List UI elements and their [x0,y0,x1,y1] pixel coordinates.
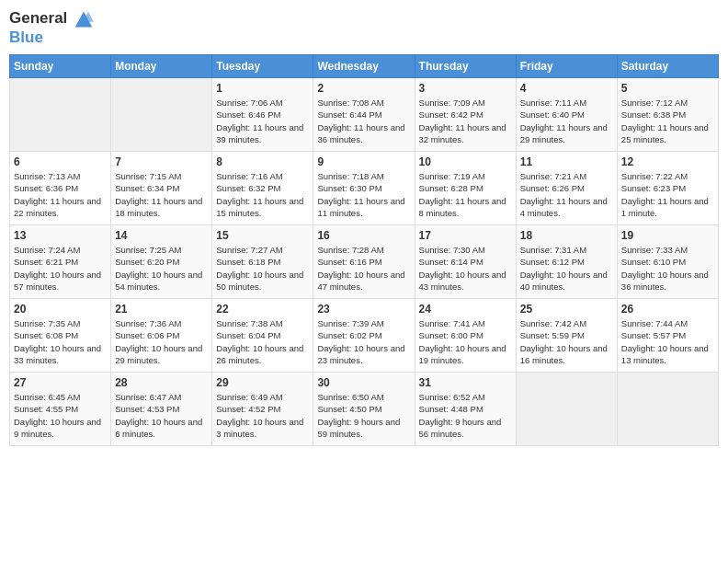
calendar-cell: 1Sunrise: 7:06 AMSunset: 6:46 PMDaylight… [212,77,313,151]
day-number: 2 [317,82,410,95]
day-number: 13 [14,229,107,242]
day-info: Sunrise: 7:08 AMSunset: 6:44 PMDaylight:… [317,97,410,145]
day-number: 4 [520,82,613,95]
calendar-cell: 10Sunrise: 7:19 AMSunset: 6:28 PMDayligh… [415,151,516,224]
day-info: Sunrise: 7:15 AMSunset: 6:34 PMDaylight:… [115,170,208,219]
day-info: Sunrise: 7:16 AMSunset: 6:32 PMDaylight:… [216,170,309,219]
day-info: Sunrise: 7:31 AMSunset: 6:12 PMDaylight:… [520,244,613,293]
day-info: Sunrise: 6:50 AMSunset: 4:50 PMDaylight:… [317,391,410,440]
calendar-cell: 3Sunrise: 7:09 AMSunset: 6:42 PMDaylight… [415,77,516,151]
calendar-cell: 2Sunrise: 7:08 AMSunset: 6:44 PMDaylight… [313,77,415,151]
calendar-row-2: 6Sunrise: 7:13 AMSunset: 6:36 PMDaylight… [10,151,719,224]
calendar-cell: 29Sunrise: 6:49 AMSunset: 4:52 PMDayligh… [212,372,313,445]
calendar-cell: 26Sunrise: 7:44 AMSunset: 5:57 PMDayligh… [617,298,718,372]
calendar-cell: 15Sunrise: 7:27 AMSunset: 6:18 PMDayligh… [212,224,313,298]
calendar-table: SundayMondayTuesdayWednesdayThursdayFrid… [9,54,719,446]
day-number: 5 [621,82,714,95]
day-info: Sunrise: 7:35 AMSunset: 6:08 PMDaylight:… [14,317,107,366]
calendar-row-1: 1Sunrise: 7:06 AMSunset: 6:46 PMDaylight… [10,77,719,151]
calendar-cell: 28Sunrise: 6:47 AMSunset: 4:53 PMDayligh… [111,372,212,445]
day-info: Sunrise: 6:45 AMSunset: 4:55 PMDaylight:… [14,391,107,440]
logo-blue: Blue [9,29,94,47]
day-info: Sunrise: 7:28 AMSunset: 6:16 PMDaylight:… [317,244,410,293]
day-info: Sunrise: 7:36 AMSunset: 6:06 PMDaylight:… [115,317,208,366]
calendar-cell [516,372,617,445]
day-info: Sunrise: 7:44 AMSunset: 5:57 PMDaylight:… [621,317,714,366]
day-info: Sunrise: 7:24 AMSunset: 6:21 PMDaylight:… [14,244,107,293]
calendar-cell: 6Sunrise: 7:13 AMSunset: 6:36 PMDaylight… [10,151,111,224]
day-info: Sunrise: 7:09 AMSunset: 6:42 PMDaylight:… [419,97,512,145]
weekday-header-monday: Monday [111,54,212,77]
day-number: 15 [216,229,309,242]
day-info: Sunrise: 6:49 AMSunset: 4:52 PMDaylight:… [216,391,309,440]
weekday-header-sunday: Sunday [10,54,111,77]
calendar-cell: 9Sunrise: 7:18 AMSunset: 6:30 PMDaylight… [313,151,415,224]
day-number: 11 [520,155,613,168]
day-number: 10 [419,155,512,168]
day-info: Sunrise: 7:11 AMSunset: 6:40 PMDaylight:… [520,97,613,145]
day-number: 22 [216,303,309,316]
day-number: 6 [14,155,107,168]
page-header: General Blue [9,9,719,47]
day-number: 20 [14,303,107,316]
day-number: 3 [419,82,512,95]
day-number: 14 [115,229,208,242]
day-info: Sunrise: 7:33 AMSunset: 6:10 PMDaylight:… [621,244,714,293]
day-info: Sunrise: 7:13 AMSunset: 6:36 PMDaylight:… [14,170,107,219]
day-info: Sunrise: 7:22 AMSunset: 6:23 PMDaylight:… [621,170,714,219]
calendar-cell: 22Sunrise: 7:38 AMSunset: 6:04 PMDayligh… [212,298,313,372]
day-number: 23 [317,303,410,316]
calendar-row-4: 20Sunrise: 7:35 AMSunset: 6:08 PMDayligh… [10,298,719,372]
day-info: Sunrise: 7:12 AMSunset: 6:38 PMDaylight:… [621,97,714,145]
logo-text: General [9,9,94,29]
calendar-cell: 4Sunrise: 7:11 AMSunset: 6:40 PMDaylight… [516,77,617,151]
calendar-cell: 31Sunrise: 6:52 AMSunset: 4:48 PMDayligh… [415,372,516,445]
calendar-cell: 16Sunrise: 7:28 AMSunset: 6:16 PMDayligh… [313,224,415,298]
day-number: 29 [216,376,309,389]
day-number: 18 [520,229,613,242]
day-number: 21 [115,303,208,316]
calendar-cell: 7Sunrise: 7:15 AMSunset: 6:34 PMDaylight… [111,151,212,224]
calendar-cell: 12Sunrise: 7:22 AMSunset: 6:23 PMDayligh… [617,151,718,224]
day-info: Sunrise: 7:42 AMSunset: 5:59 PMDaylight:… [520,317,613,366]
day-info: Sunrise: 7:38 AMSunset: 6:04 PMDaylight:… [216,317,309,366]
day-number: 24 [419,303,512,316]
day-info: Sunrise: 7:21 AMSunset: 6:26 PMDaylight:… [520,170,613,219]
calendar-cell: 5Sunrise: 7:12 AMSunset: 6:38 PMDaylight… [617,77,718,151]
calendar-cell: 20Sunrise: 7:35 AMSunset: 6:08 PMDayligh… [10,298,111,372]
day-info: Sunrise: 7:30 AMSunset: 6:14 PMDaylight:… [419,244,512,293]
calendar-cell: 21Sunrise: 7:36 AMSunset: 6:06 PMDayligh… [111,298,212,372]
day-number: 27 [14,376,107,389]
weekday-header-saturday: Saturday [617,54,718,77]
day-number: 1 [216,82,309,95]
weekday-header-friday: Friday [516,54,617,77]
day-info: Sunrise: 7:18 AMSunset: 6:30 PMDaylight:… [317,170,410,219]
calendar-cell: 23Sunrise: 7:39 AMSunset: 6:02 PMDayligh… [313,298,415,372]
day-number: 7 [115,155,208,168]
day-number: 12 [621,155,714,168]
weekday-header-thursday: Thursday [415,54,516,77]
day-number: 28 [115,376,208,389]
day-number: 30 [317,376,410,389]
calendar-cell: 24Sunrise: 7:41 AMSunset: 6:00 PMDayligh… [415,298,516,372]
day-number: 16 [317,229,410,242]
calendar-cell: 13Sunrise: 7:24 AMSunset: 6:21 PMDayligh… [10,224,111,298]
calendar-cell: 17Sunrise: 7:30 AMSunset: 6:14 PMDayligh… [415,224,516,298]
day-number: 9 [317,155,410,168]
calendar-cell: 14Sunrise: 7:25 AMSunset: 6:20 PMDayligh… [111,224,212,298]
day-info: Sunrise: 7:39 AMSunset: 6:02 PMDaylight:… [317,317,410,366]
day-info: Sunrise: 7:25 AMSunset: 6:20 PMDaylight:… [115,244,208,293]
calendar-cell: 18Sunrise: 7:31 AMSunset: 6:12 PMDayligh… [516,224,617,298]
day-info: Sunrise: 7:27 AMSunset: 6:18 PMDaylight:… [216,244,309,293]
calendar-cell: 30Sunrise: 6:50 AMSunset: 4:50 PMDayligh… [313,372,415,445]
day-info: Sunrise: 7:41 AMSunset: 6:00 PMDaylight:… [419,317,512,366]
day-number: 19 [621,229,714,242]
day-number: 17 [419,229,512,242]
logo: General Blue [9,9,94,47]
day-number: 8 [216,155,309,168]
weekday-header-wednesday: Wednesday [313,54,415,77]
day-number: 31 [419,376,512,389]
day-number: 26 [621,303,714,316]
calendar-row-3: 13Sunrise: 7:24 AMSunset: 6:21 PMDayligh… [10,224,719,298]
calendar-cell [111,77,212,151]
